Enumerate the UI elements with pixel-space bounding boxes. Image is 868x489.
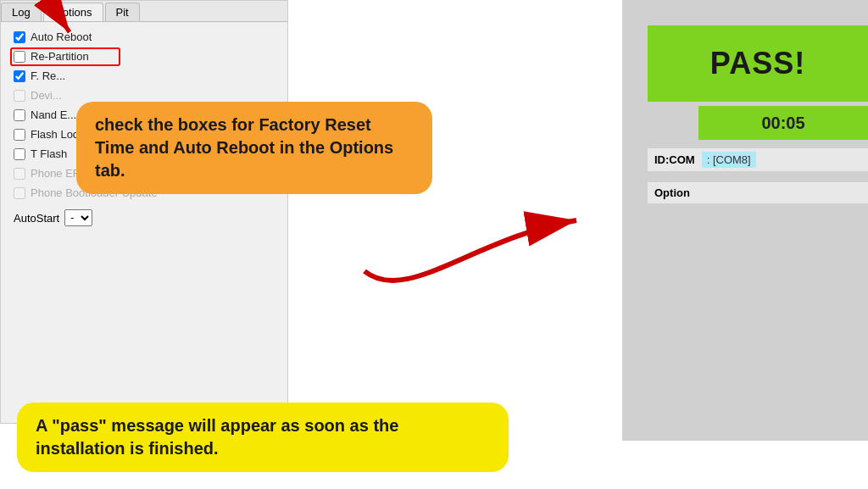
autostart-row: AutoStart - 1 2 <box>14 209 275 226</box>
tab-options[interactable]: Options <box>43 3 103 21</box>
auto-reboot-label: Auto Reboot <box>31 31 92 43</box>
tooltip-orange: check the boxes for Factory Reset Time a… <box>76 102 432 194</box>
tooltip-orange-text: check the boxes for Factory Reset Time a… <box>95 115 393 180</box>
pass-text: PASS! <box>710 46 805 81</box>
tooltip-yellow-text: A "pass" message will appear as soon as … <box>36 416 398 458</box>
nand-erase-checkbox[interactable] <box>14 109 25 121</box>
tab-log[interactable]: Log <box>1 3 42 21</box>
options-panel: Log Options Pit Auto Reboot Re-Partition… <box>0 0 288 424</box>
t-flash-checkbox[interactable] <box>14 148 25 160</box>
id-label: ID:COM <box>654 153 695 166</box>
nand-erase-label: Nand E... <box>31 108 76 121</box>
autostart-select[interactable]: - 1 2 <box>64 209 92 226</box>
t-flash-label: T Flash <box>31 147 67 160</box>
phone-bootloader-checkbox <box>14 187 25 199</box>
re-partition-row: Re-Partition <box>14 50 275 63</box>
tooltip-yellow: A "pass" message will appear as soon as … <box>17 403 509 472</box>
auto-reboot-checkbox[interactable] <box>14 31 25 43</box>
f-reset-label: F. Re... <box>31 69 65 82</box>
timer-text: 00:05 <box>761 114 804 133</box>
timer-box: 00:05 <box>698 106 868 140</box>
re-partition-checkbox[interactable] <box>14 51 25 63</box>
auto-reboot-row: Auto Reboot <box>14 31 275 43</box>
option-label: Option <box>654 186 690 199</box>
id-value: : [COM8] <box>702 152 756 168</box>
f-reset-row: F. Re... <box>14 69 275 82</box>
re-partition-label: Re-Partition <box>31 50 89 63</box>
pass-box: PASS! <box>648 25 868 102</box>
device-checkbox <box>14 90 25 102</box>
tab-bar: Log Options Pit <box>1 1 287 22</box>
phone-efs-checkbox <box>14 168 25 180</box>
option-row: Option <box>648 182 868 203</box>
flash-lock-checkbox[interactable] <box>14 129 25 141</box>
device-label: Devi... <box>31 89 62 102</box>
id-row: ID:COM : [COM8] <box>648 148 868 171</box>
right-panel: PASS! 00:05 ID:COM : [COM8] Option <box>622 0 868 441</box>
device-row: Devi... <box>14 89 275 102</box>
autostart-label: AutoStart <box>14 212 59 225</box>
tab-pit[interactable]: Pit <box>105 3 140 21</box>
f-reset-checkbox[interactable] <box>14 70 25 82</box>
